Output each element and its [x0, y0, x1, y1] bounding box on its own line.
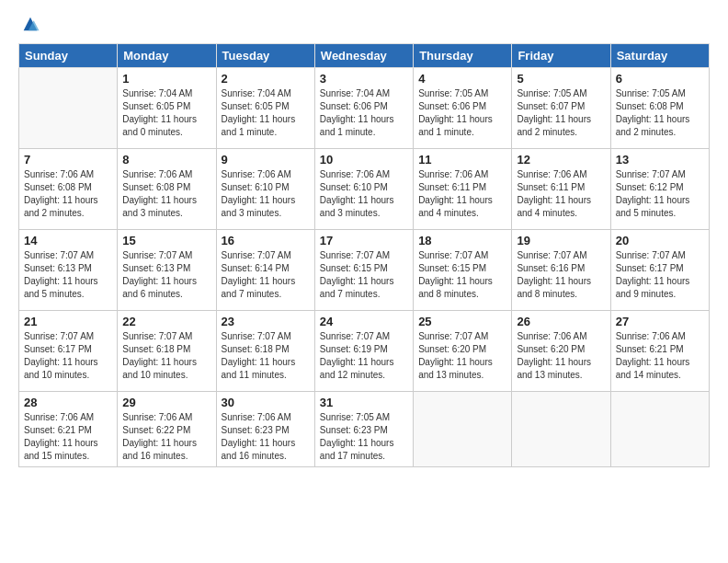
sunset-time: 6:06 PM — [354, 101, 388, 111]
day-number: 24 — [320, 315, 408, 328]
calendar-cell: 7 Sunrise: 7:06 AM Sunset: 6:08 PM Dayli… — [19, 149, 118, 230]
day-info: Sunrise: 7:06 AM Sunset: 6:21 PM Dayligh… — [24, 411, 112, 463]
sunset-label: Sunset: — [320, 263, 354, 273]
daylight-label: Daylight: 11 hours and 5 minutes. — [616, 195, 690, 218]
daylight-label: Daylight: 11 hours and 15 minutes. — [24, 438, 98, 461]
daylight-label: Daylight: 11 hours and 17 minutes. — [320, 438, 394, 461]
day-number: 27 — [616, 315, 704, 328]
sunrise-label: Sunrise: — [122, 88, 158, 98]
sunset-time: 6:08 PM — [156, 182, 190, 192]
day-number: 16 — [222, 234, 310, 247]
week-row-4: 28 Sunrise: 7:06 AM Sunset: 6:21 PM Dayl… — [19, 392, 710, 467]
sunrise-time: 7:04 AM — [356, 88, 390, 98]
calendar-cell: 3 Sunrise: 7:04 AM Sunset: 6:06 PM Dayli… — [314, 68, 413, 149]
day-number: 10 — [320, 153, 408, 167]
sunrise-label: Sunrise: — [320, 88, 356, 98]
sunset-time: 6:17 PM — [649, 263, 683, 273]
sunrise-label: Sunrise: — [222, 412, 257, 422]
sunrise-time: 7:07 AM — [257, 331, 291, 341]
day-info: Sunrise: 7:07 AM Sunset: 6:15 PM Dayligh… — [418, 249, 506, 301]
sunset-time: 6:07 PM — [551, 101, 585, 111]
sunrise-time: 7:05 AM — [553, 88, 587, 98]
sunset-label: Sunset: — [122, 425, 156, 435]
sunset-label: Sunset: — [24, 344, 58, 354]
daylight-label: Daylight: 11 hours and 16 minutes. — [222, 438, 296, 461]
logo — [18, 14, 40, 34]
sunset-time: 6:12 PM — [649, 182, 683, 192]
sunset-label: Sunset: — [24, 182, 58, 192]
day-number: 26 — [517, 315, 605, 328]
weekday-tuesday: Tuesday — [216, 44, 314, 68]
sunrise-time: 7:07 AM — [159, 331, 193, 341]
day-number: 14 — [24, 234, 112, 247]
day-info: Sunrise: 7:05 AM Sunset: 6:06 PM Dayligh… — [418, 87, 506, 139]
sunrise-time: 7:06 AM — [356, 169, 390, 179]
sunrise-label: Sunrise: — [418, 250, 454, 260]
sunrise-label: Sunrise: — [320, 169, 356, 179]
day-info: Sunrise: 7:06 AM Sunset: 6:20 PM Dayligh… — [517, 330, 605, 382]
calendar-cell: 12 Sunrise: 7:06 AM Sunset: 6:11 PM Dayl… — [512, 149, 610, 230]
sunset-label: Sunset: — [122, 182, 156, 192]
calendar-cell: 17 Sunrise: 7:07 AM Sunset: 6:15 PM Dayl… — [314, 230, 413, 311]
day-number: 15 — [122, 234, 210, 247]
sunrise-time: 7:07 AM — [60, 331, 94, 341]
sunrise-label: Sunrise: — [616, 88, 652, 98]
sunset-label: Sunset: — [616, 182, 650, 192]
calendar-cell: 30 Sunrise: 7:06 AM Sunset: 6:23 PM Dayl… — [216, 392, 314, 467]
sunrise-label: Sunrise: — [616, 169, 652, 179]
sunset-label: Sunset: — [222, 263, 256, 273]
sunrise-time: 7:07 AM — [356, 331, 390, 341]
logo-icon — [20, 14, 40, 34]
daylight-label: Daylight: 11 hours and 10 minutes. — [122, 357, 197, 380]
daylight-label: Daylight: 11 hours and 0 minutes. — [122, 114, 197, 137]
daylight-label: Daylight: 11 hours and 11 minutes. — [222, 357, 296, 380]
day-number: 28 — [24, 396, 112, 409]
daylight-label: Daylight: 11 hours and 8 minutes. — [418, 276, 493, 299]
sunrise-label: Sunrise: — [517, 88, 552, 98]
calendar-cell: 9 Sunrise: 7:06 AM Sunset: 6:10 PM Dayli… — [216, 149, 314, 230]
day-info: Sunrise: 7:04 AM Sunset: 6:05 PM Dayligh… — [122, 87, 210, 139]
sunrise-time: 7:07 AM — [652, 169, 686, 179]
daylight-label: Daylight: 11 hours and 1 minute. — [418, 114, 493, 137]
sunset-time: 6:18 PM — [255, 344, 289, 354]
sunset-time: 6:14 PM — [255, 263, 289, 273]
day-number: 4 — [418, 72, 506, 86]
day-number: 2 — [222, 72, 310, 86]
sunrise-label: Sunrise: — [517, 331, 552, 341]
week-row-3: 21 Sunrise: 7:07 AM Sunset: 6:17 PM Dayl… — [19, 311, 710, 392]
day-number: 1 — [122, 72, 210, 86]
calendar-cell: 5 Sunrise: 7:05 AM Sunset: 6:07 PM Dayli… — [512, 68, 610, 149]
sunset-time: 6:21 PM — [58, 425, 92, 435]
calendar-cell: 25 Sunrise: 7:07 AM Sunset: 6:20 PM Dayl… — [414, 311, 512, 392]
calendar-cell: 21 Sunrise: 7:07 AM Sunset: 6:17 PM Dayl… — [19, 311, 118, 392]
day-number: 12 — [517, 153, 605, 167]
day-info: Sunrise: 7:06 AM Sunset: 6:21 PM Dayligh… — [616, 330, 704, 382]
calendar-cell: 11 Sunrise: 7:06 AM Sunset: 6:11 PM Dayl… — [414, 149, 512, 230]
day-number: 19 — [517, 234, 605, 247]
sunset-time: 6:05 PM — [156, 101, 190, 111]
sunset-time: 6:23 PM — [255, 425, 289, 435]
day-info: Sunrise: 7:07 AM Sunset: 6:13 PM Dayligh… — [122, 249, 210, 301]
day-number: 22 — [122, 315, 210, 328]
calendar-cell: 18 Sunrise: 7:07 AM Sunset: 6:15 PM Dayl… — [414, 230, 512, 311]
day-info: Sunrise: 7:06 AM Sunset: 6:10 PM Dayligh… — [320, 168, 408, 220]
sunset-label: Sunset: — [222, 182, 256, 192]
sunrise-label: Sunrise: — [517, 169, 552, 179]
day-info: Sunrise: 7:07 AM Sunset: 6:17 PM Dayligh… — [24, 330, 112, 382]
sunrise-label: Sunrise: — [24, 169, 60, 179]
calendar-cell: 22 Sunrise: 7:07 AM Sunset: 6:18 PM Dayl… — [118, 311, 216, 392]
sunrise-time: 7:06 AM — [652, 331, 686, 341]
sunrise-label: Sunrise: — [418, 331, 454, 341]
sunrise-label: Sunrise: — [222, 169, 257, 179]
day-info: Sunrise: 7:07 AM Sunset: 6:12 PM Dayligh… — [616, 168, 704, 220]
sunrise-time: 7:05 AM — [356, 412, 390, 422]
calendar-cell: 8 Sunrise: 7:06 AM Sunset: 6:08 PM Dayli… — [118, 149, 216, 230]
day-number: 17 — [320, 234, 408, 247]
daylight-label: Daylight: 11 hours and 16 minutes. — [122, 438, 197, 461]
sunrise-time: 7:04 AM — [257, 88, 291, 98]
sunset-time: 6:08 PM — [58, 182, 92, 192]
daylight-label: Daylight: 11 hours and 2 minutes. — [616, 114, 690, 137]
calendar-cell: 28 Sunrise: 7:06 AM Sunset: 6:21 PM Dayl… — [19, 392, 118, 467]
daylight-label: Daylight: 11 hours and 5 minutes. — [24, 276, 98, 299]
calendar-cell: 23 Sunrise: 7:07 AM Sunset: 6:18 PM Dayl… — [216, 311, 314, 392]
